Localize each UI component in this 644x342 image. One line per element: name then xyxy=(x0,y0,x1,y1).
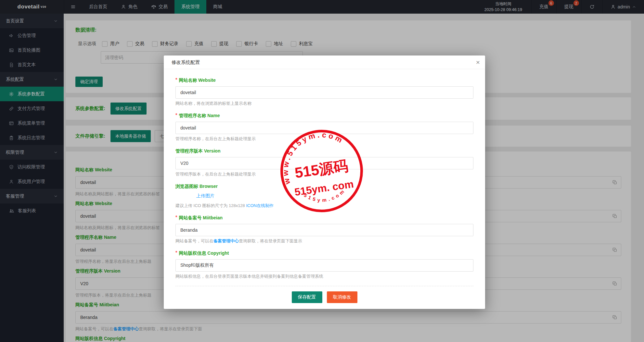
modal-field-helper: 网站版权信息，在后台登录页面显示版本信息并链接到备案到信息备案管理系统 xyxy=(175,274,473,279)
modal-field-helper: 管理程序名称，在后台左上角标题处理显示 xyxy=(175,137,473,141)
helper-link[interactable]: ICON在线制作 xyxy=(246,203,274,208)
app-window: dovetailV20 后台首页角色交易系统管理商城 当地时间 2025-10-… xyxy=(0,0,644,342)
modal-header: 修改系统配置 × xyxy=(164,55,485,69)
modify-system-config-modal: 修改系统配置 × *网站名称 Website网站名称，将在浏览器的标签上显示名称… xyxy=(164,55,485,309)
save-config-button[interactable]: 保存配置 xyxy=(292,291,322,303)
modal-field-input[interactable] xyxy=(175,259,473,272)
modal-field-label: *网站版权信息 Copyright xyxy=(175,250,473,256)
close-icon[interactable]: × xyxy=(476,55,480,69)
modal-field-label-text: 管理程序版本 Version xyxy=(175,148,220,153)
modal-field-label: 管理程序版本 Version xyxy=(175,148,473,154)
modal-field-label-text: 网站备案号 Miitbeian xyxy=(179,215,223,220)
modal-field-input[interactable] xyxy=(175,224,473,236)
modal-field-label: *网站备案号 Miitbeian xyxy=(175,215,473,221)
modal-field-label-text: 网站名称 Website xyxy=(179,78,215,83)
modal-field-label-text: 管理程序名称 Name xyxy=(179,113,220,118)
modal-field-2: 管理程序版本 Version管理程序版本，在后台左上角标题处理显示 xyxy=(175,148,473,177)
helper-text: 管理程序版本，在后台左上角标题处理显示 xyxy=(175,172,256,177)
modal-field-label: 浏览器图标 Browser xyxy=(175,184,473,189)
modal-field-0: *网站名称 Website网站名称，将在浏览器的标签上显示名称 xyxy=(175,78,473,106)
modal-field-1: *管理程序名称 Name管理程序名称，在后台左上角标题处理显示 xyxy=(175,113,473,141)
modal-field-3: 浏览器图标 Browser上传图片建议上传 ICO 图标的尺寸为 128x128… xyxy=(175,184,473,208)
helper-text: 网站备案号，可以在 xyxy=(175,238,213,243)
upload-image-link[interactable]: 上传图片 xyxy=(196,193,214,199)
helper-text: 建议上传 ICO 图标的尺寸为 128x128 xyxy=(175,203,246,208)
required-asterisk: * xyxy=(175,77,177,82)
modal-field-label: *网站名称 Website xyxy=(175,78,473,83)
modal-field-input[interactable] xyxy=(175,122,473,134)
modal-field-helper: 网站名称，将在浏览器的标签上显示名称 xyxy=(175,101,473,106)
required-asterisk: * xyxy=(175,250,177,255)
modal-field-label-text: 浏览器图标 Browser xyxy=(175,184,218,189)
cancel-modify-button[interactable]: 取消修改 xyxy=(327,291,357,303)
modal-field-helper: 网站备案号，可以在备案管理中心查询获取，将在登录页面下面显示 xyxy=(175,239,473,243)
modal-title: 修改系统配置 xyxy=(172,60,200,65)
required-asterisk: * xyxy=(175,214,177,220)
modal-field-label: *管理程序名称 Name xyxy=(175,113,473,119)
helper-text: 网站名称，将在浏览器的标签上显示名称 xyxy=(175,101,251,106)
modal-field-5: *网站版权信息 Copyright网站版权信息，在后台登录页面显示版本信息并链接… xyxy=(175,250,473,279)
modal-field-label-text: 网站版权信息 Copyright xyxy=(179,250,229,256)
helper-text: 管理程序名称，在后台左上角标题处理显示 xyxy=(175,136,256,141)
modal-field-helper: 建议上传 ICO 图标的尺寸为 128x128 ICON在线制作 xyxy=(175,203,473,208)
helper-link[interactable]: 备案管理中心 xyxy=(213,238,239,243)
helper-text: 查询获取，将在登录页面下面显示 xyxy=(239,238,302,243)
modal-footer: 保存配置 取消修改 xyxy=(175,286,473,309)
required-asterisk: * xyxy=(175,112,177,117)
modal-field-4: *网站备案号 Miitbeian网站备案号，可以在备案管理中心查询获取，将在登录… xyxy=(175,215,473,243)
helper-text: 网站版权信息，在后台登录页面显示版本信息并链接到备案到信息备案管理系统 xyxy=(175,274,323,279)
modal-field-helper: 管理程序版本，在后台左上角标题处理显示 xyxy=(175,172,473,177)
modal-field-input[interactable] xyxy=(175,157,473,169)
modal-field-input[interactable] xyxy=(175,86,473,99)
